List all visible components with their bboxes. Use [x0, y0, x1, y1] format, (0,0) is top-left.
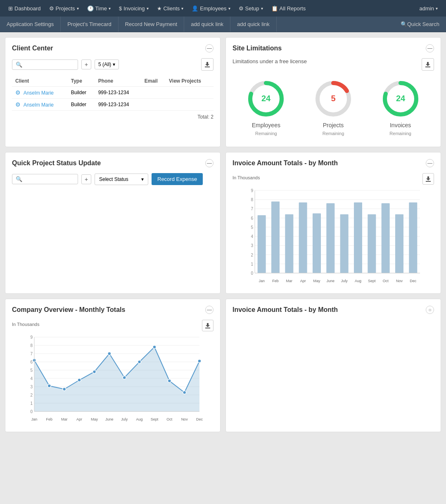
svg-text:5: 5	[331, 94, 335, 103]
col-email: Email	[141, 76, 166, 87]
admin-menu[interactable]: admin ▾	[415, 0, 442, 17]
download-icon	[204, 61, 211, 68]
col-phone: Phone	[95, 76, 141, 87]
limitations-download-button[interactable]	[422, 58, 434, 71]
gauge-item: 24 Employees Remaining	[245, 78, 287, 136]
svg-text:July: July	[341, 279, 348, 283]
client-center-collapse[interactable]: —	[205, 44, 214, 52]
invoice-amount-2-collapse[interactable]: ○	[426, 306, 434, 314]
subnav-projects-timecard[interactable]: Project's Timecard	[61, 17, 119, 32]
site-limitations-collapse[interactable]: —	[426, 44, 434, 52]
company-chart-ylabel: In Thousands	[12, 322, 39, 327]
nav-invoicing[interactable]: $ Invoicing ▾	[115, 0, 153, 17]
site-limitations-header: Site Limitations —	[232, 44, 434, 52]
nav-projects[interactable]: ⚙ Projects ▾	[45, 0, 83, 17]
nav-all-reports[interactable]: 📋 All Reports	[267, 0, 310, 17]
client-center-card: Client Center — 🔍 + 5 (All) ▾	[5, 37, 221, 147]
nav-employees[interactable]: 👤 Employees ▾	[187, 0, 234, 17]
subnav-add-quick-link-1[interactable]: add quick link	[184, 17, 230, 32]
admin-chevron-icon: ▾	[436, 6, 438, 11]
svg-text:6: 6	[251, 216, 253, 221]
svg-text:9: 9	[30, 335, 33, 340]
svg-point-81	[63, 388, 66, 391]
people-icon: 👤	[192, 5, 198, 12]
status-chevron-icon: ▾	[141, 176, 144, 182]
invoice-amount-title-2: Invoice Amount Totals - by Month	[232, 306, 338, 314]
svg-text:Dec: Dec	[196, 417, 203, 421]
project-search-input[interactable]	[24, 176, 74, 182]
client-add-button[interactable]: +	[81, 59, 91, 69]
gauges-container: 24 Employees Remaining 5 Projects Remain…	[232, 74, 434, 140]
svg-text:Aug: Aug	[355, 279, 361, 283]
chevron-down-icon: ▾	[228, 6, 230, 11]
svg-point-83	[93, 370, 96, 373]
setup-gear-icon: ⚙	[239, 5, 244, 12]
chevron-down-icon: ▾	[261, 6, 263, 11]
nav-clients[interactable]: ★ Clients ▾	[153, 0, 188, 17]
client-name-cell[interactable]: ⚙ Anselm Marie	[12, 99, 68, 111]
client-search-input[interactable]	[24, 62, 74, 67]
svg-text:Nov: Nov	[396, 279, 403, 283]
svg-text:8: 8	[30, 343, 33, 348]
svg-point-90	[198, 359, 201, 363]
svg-text:May: May	[91, 417, 98, 421]
gauge-sublabel: Remaining	[323, 131, 344, 136]
chevron-down-icon: ▾	[77, 6, 79, 11]
subnav-record-new-payment[interactable]: Record New Payment	[119, 17, 184, 32]
svg-text:May: May	[313, 279, 320, 283]
invoice-chart-download[interactable]	[422, 173, 434, 185]
svg-text:Sept: Sept	[151, 417, 159, 421]
clock-icon: 🕐	[87, 5, 94, 12]
company-download-icon	[204, 322, 211, 329]
svg-text:7: 7	[251, 207, 253, 211]
invoice-amount-title: Invoice Amount Totals - by Month	[232, 159, 338, 167]
quick-project-status-title: Quick Project Status Update	[12, 159, 101, 167]
svg-rect-1	[425, 67, 430, 67]
nav-dashboard[interactable]: ⊞ Dashboard	[4, 0, 45, 17]
svg-text:Aug: Aug	[136, 417, 143, 421]
svg-text:9: 9	[251, 188, 253, 193]
col-client: Client	[12, 76, 68, 87]
gauge-sublabel: Remaining	[255, 131, 277, 136]
invoice-chart-container: In Thousands 0123456789JanFebMarAprMayJu…	[232, 173, 434, 287]
svg-text:July: July	[121, 417, 128, 421]
quick-project-status-header: Quick Project Status Update —	[12, 159, 214, 167]
invoice-amount-card: Invoice Amount Totals - by Month — In Th…	[225, 152, 441, 294]
invoice-download-icon	[425, 176, 432, 182]
client-download-button[interactable]	[201, 58, 214, 71]
client-name-cell[interactable]: ⚙ Anselm Marie	[12, 87, 68, 99]
svg-rect-46	[354, 202, 362, 273]
col-view-projects: View Projects	[166, 76, 214, 87]
gauge-svg: 24	[380, 78, 421, 119]
svg-point-86	[138, 360, 141, 364]
client-search-box[interactable]: 🔍	[12, 59, 78, 70]
subnav-add-quick-link-2[interactable]: add quick link	[230, 17, 277, 32]
nav-setup[interactable]: ⚙ Setup ▾	[235, 0, 267, 17]
svg-rect-50	[382, 203, 390, 273]
project-search-box[interactable]: 🔍	[12, 174, 78, 184]
dollar-icon: $	[119, 5, 122, 12]
client-filter-dropdown[interactable]: 5 (All) ▾	[95, 59, 119, 69]
project-add-button[interactable]: +	[81, 174, 91, 184]
nav-time[interactable]: 🕐 Time ▾	[83, 0, 115, 17]
company-chart-download[interactable]	[202, 320, 214, 331]
svg-text:Jan: Jan	[31, 417, 38, 421]
invoice-amount-collapse[interactable]: —	[426, 159, 434, 167]
chevron-down-icon: ▾	[181, 6, 183, 11]
client-center-header: Client Center —	[12, 44, 214, 52]
table-row: ⚙ Anselm Marie Builder 999-123-1234	[12, 99, 214, 111]
subnav-application-settings[interactable]: Application Settings	[0, 17, 61, 32]
projects-icon: ⚙	[49, 5, 54, 12]
quick-project-status-collapse[interactable]: —	[205, 159, 214, 167]
record-expense-button[interactable]: Record Expense	[152, 173, 203, 185]
status-select-dropdown[interactable]: Select Status ▾	[95, 174, 148, 185]
limitations-top: Limitations under a free license	[232, 58, 434, 71]
svg-rect-38	[299, 202, 307, 273]
invoice-amount-header: Invoice Amount Totals - by Month —	[232, 159, 434, 167]
svg-text:3: 3	[30, 385, 33, 389]
quick-search-button[interactable]: 🔍 Quick Search	[394, 17, 446, 32]
svg-point-82	[78, 378, 81, 382]
company-overview-collapse[interactable]: —	[205, 306, 214, 314]
main-content: Client Center — 🔍 + 5 (All) ▾	[0, 32, 446, 437]
svg-rect-34	[271, 202, 280, 273]
